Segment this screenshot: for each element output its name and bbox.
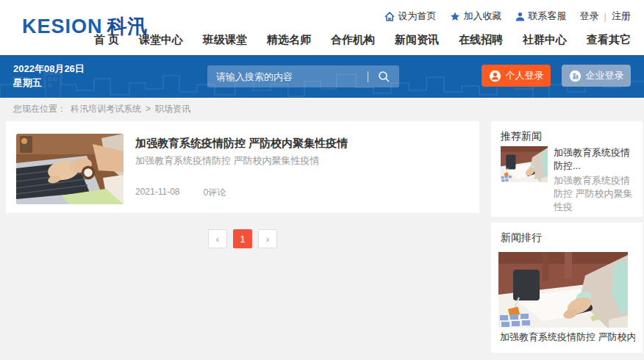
ranking-item-caption[interactable]: 加强教育系统疫情防控 严防校内... [500,331,635,344]
register-link[interactable]: 注册 [612,10,631,23]
auth-links: 登录 | 注册 [580,10,631,23]
article-date: 2021-11-08 [135,187,180,199]
article-comments: 0评论 [204,187,226,199]
recommended-news-title: 推荐新闻 [501,130,542,143]
personal-login-label: 个人登录 [506,69,544,82]
nav-item-featured-teachers[interactable]: 精选名师 [267,33,311,47]
contact-service-link[interactable]: 联系客服 [515,10,567,23]
ranking-item-image[interactable] [498,252,628,328]
date-text: 2022年08月26日 [13,62,85,76]
add-favorite-label: 加入收藏 [464,10,502,23]
pagination-prev-button[interactable]: ‹ [208,229,227,248]
breadcrumb-current: 职场资讯 [155,103,190,115]
article-summary: 加强教育系统疫情防控 严防校内聚集性疫情 [135,154,320,168]
nav-item-class-courses[interactable]: 班级课堂 [203,33,247,47]
recommended-news-item[interactable]: 加强教育系统疫情防控... 加强教育系统疫情防控 严防校内聚集性疫 [501,146,634,214]
topbar: 设为首页 加入收藏 联系客服 登录 | 注册 [384,10,631,23]
login-link[interactable]: 登录 [580,10,599,23]
recommended-item-thumbnail[interactable] [501,146,548,182]
enterprise-building-icon [569,70,582,82]
nav-item-partners[interactable]: 合作机构 [331,33,375,47]
pagination-next-button[interactable]: › [258,229,277,248]
nav-item-home[interactable]: 首 页 [94,33,119,47]
enterprise-login-button[interactable]: 企业登录 [562,65,631,87]
search-box [207,65,399,87]
banner-date: 2022年08月26日 星期五 [13,62,85,90]
personal-account-icon [489,70,501,82]
pagination-page-1[interactable]: 1 [233,229,252,248]
enterprise-login-label: 企业登录 [586,69,624,82]
header: KESION科汛 设为首页 加入收藏 联系客服 登录 | 注册 首 页 课堂中心… [0,0,644,55]
search-icon [378,71,390,83]
personal-login-button[interactable]: 个人登录 [482,65,551,87]
add-favorite-link[interactable]: 加入收藏 [450,10,502,23]
logo-text-en: KESION [22,15,103,37]
breadcrumb-separator: > [146,104,151,114]
nav-item-more[interactable]: 查看其它 [587,33,631,47]
pagination: ‹ 1 › [6,229,479,248]
breadcrumb-site-link[interactable]: 科汛培训考试系统 [71,103,141,115]
news-ranking-card: 新闻排行 加强教育系统疫情防控 严防校内... [491,223,643,353]
article-card[interactable]: 加强教育系统疫情防控 严防校内聚集性疫情 加强教育系统疫情防控 严防校内聚集性疫… [6,121,479,213]
person-icon [515,12,525,21]
set-home-link[interactable]: 设为首页 [384,10,437,23]
search-button[interactable] [368,65,399,87]
set-home-label: 设为首页 [398,10,437,23]
laptop-typing-photo [16,134,124,204]
breadcrumb: 您现在位置： 科汛培训考试系统 > 职场资讯 [13,98,190,120]
nav-item-classroom-center[interactable]: 课堂中心 [139,33,183,47]
recommended-item-texts: 加强教育系统疫情防控... 加强教育系统疫情防控 严防校内聚集性疫 [554,146,634,214]
breadcrumb-label: 您现在位置： [13,103,66,115]
auth-divider: | [604,11,607,22]
news-ranking-title: 新闻排行 [501,231,542,245]
recommended-item-summary: 加强教育系统疫情防控 严防校内聚集性疫 [554,174,634,214]
recommended-item-title[interactable]: 加强教育系统疫情防控... [554,146,634,173]
nav-item-community[interactable]: 社群中心 [523,33,567,47]
article-title[interactable]: 加强教育系统疫情防控 严防校内聚集性疫情 [135,137,348,151]
contact-service-label: 联系客服 [529,10,567,23]
banner: 2022年08月26日 星期五 个人登录 企业登录 [0,55,644,98]
article-thumbnail[interactable] [16,134,124,204]
recommended-news-card: 推荐新闻 加强教育系统疫情防控... 加强 [491,121,643,217]
article-meta: 2021-11-08 0评论 [135,187,226,199]
main-nav: 首 页 课堂中心 班级课堂 精选名师 合作机构 新闻资讯 在线招聘 社群中心 查… [94,33,631,47]
desk-writing-photo-small [501,146,548,182]
nav-item-jobs[interactable]: 在线招聘 [459,33,503,47]
star-icon [450,12,460,21]
nav-item-news[interactable]: 新闻资讯 [395,33,439,47]
weekday-text: 星期五 [13,76,85,90]
desk-writing-photo-large [498,252,628,328]
home-icon [384,12,395,21]
search-input[interactable] [207,71,368,82]
